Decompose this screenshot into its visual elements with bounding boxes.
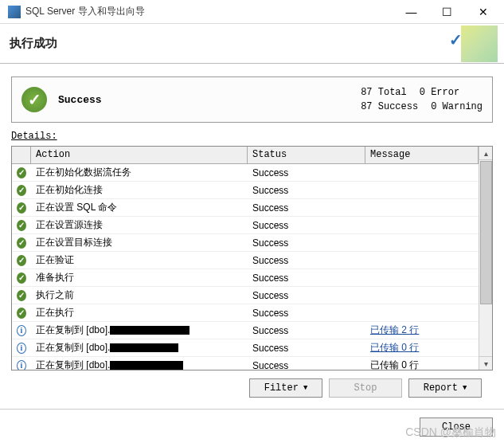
message-cell[interactable]: 已传输 2 行 [365,322,479,339]
table-row[interactable]: 正在初始化数据流任务Success [12,164,479,182]
message-cell [365,259,479,262]
header-message[interactable]: Message [365,147,479,163]
table-row[interactable]: 正在设置源连接Success [12,217,479,234]
message-cell [365,206,479,210]
report-button[interactable]: Report ▼ [408,378,482,398]
success-row-icon [17,220,26,231]
scroll-up-icon[interactable]: ▴ [479,147,492,160]
header-action[interactable]: Action [31,147,248,163]
details-grid: Action Status Message 正在初始化数据流任务Success正… [11,146,493,370]
scroll-down-icon[interactable]: ▾ [479,356,492,370]
success-row-icon [17,237,26,249]
message-link[interactable]: 已传输 2 行 [370,324,419,335]
info-row-icon [17,343,26,354]
success-row-icon [17,167,26,178]
redacted-text [110,326,189,335]
table-row[interactable]: 正在复制到 [dbo].Success已传输 0 行 [12,357,479,370]
table-row[interactable]: 准备执行Success [12,269,479,287]
bottom-bar: Close [0,409,504,443]
success-row-icon [17,308,26,319]
report-label: Report [424,382,458,394]
table-row[interactable]: 正在执行Success [12,304,479,322]
status-cell: Success [248,166,365,180]
header-status[interactable]: Status [248,147,365,163]
caret-down-icon: ▼ [303,384,307,392]
action-bar: Filter ▼ Stop Report ▼ [11,370,493,402]
action-cell: 正在设置 SQL 命令 [31,199,248,216]
window-title: SQL Server 导入和导出向导 [25,5,393,18]
wizard-header: 执行成功 ✓ [0,24,504,64]
app-icon [8,6,21,18]
window-controls: — ☐ ✕ [393,1,501,23]
message-cell: 已传输 0 行 [365,357,479,370]
table-row[interactable]: 正在复制到 [dbo].Success已传输 0 行 [12,339,479,357]
message-cell [365,171,479,174]
status-cell: Success [248,201,365,215]
info-row-icon [17,360,26,370]
action-cell: 正在设置目标连接 [31,234,248,251]
stop-label: Stop [354,382,377,394]
status-cell: Success [248,288,365,303]
success-icon: ✓ [21,87,47,112]
vertical-scrollbar[interactable]: ▴ ▾ [479,147,492,370]
action-cell: 准备执行 [31,269,248,286]
message-cell [365,224,479,227]
action-cell: 正在验证 [31,252,248,269]
filter-label: Filter [264,382,299,394]
status-cell: Success [248,306,365,320]
table-row[interactable]: 正在设置 SQL 命令Success [12,199,479,217]
close-button[interactable]: Close [420,418,493,437]
maximize-button[interactable]: ☐ [429,1,465,23]
filter-button[interactable]: Filter ▼ [249,378,322,398]
status-cell: Success [248,271,365,285]
page-title: 执行成功 [10,36,57,51]
status-cell: Success [248,218,365,233]
status-cell: Success [248,323,365,338]
summary-status: Success [58,94,361,106]
status-cell: Success [248,359,365,370]
table-row[interactable]: 正在复制到 [dbo].Success已传输 2 行 [12,322,479,339]
info-row-icon [17,325,26,336]
redacted-text [110,361,183,370]
table-row[interactable]: 正在设置目标连接Success [12,234,479,252]
table-row[interactable]: 执行之前Success [12,287,479,304]
header-icon-col[interactable] [12,147,31,163]
message-cell [365,276,479,280]
status-cell: Success [248,253,365,268]
action-cell: 正在初始化数据流任务 [31,164,248,181]
caret-down-icon: ▼ [463,384,467,392]
wizard-image [461,25,498,62]
close-label: Close [442,421,471,433]
success-row-icon [17,290,26,301]
action-cell: 正在执行 [31,304,248,321]
scroll-thumb[interactable] [480,161,492,304]
close-window-button[interactable]: ✕ [465,1,501,23]
details-label: Details: [11,131,493,142]
message-cell [365,312,479,315]
titlebar: SQL Server 导入和导出向导 — ☐ ✕ [0,0,504,24]
action-cell: 正在复制到 [dbo]. [31,357,248,370]
action-cell: 执行之前 [31,287,248,304]
success-row-icon [17,272,26,284]
summary-stats: 87 Total 0 Error 87 Success 0 Warning [361,85,483,114]
message-cell [365,189,479,192]
stop-button: Stop [329,378,402,398]
success-row-icon [17,202,26,214]
redacted-text [110,343,178,352]
message-cell[interactable]: 已传输 0 行 [365,339,479,356]
success-row-icon [17,185,26,196]
status-cell: Success [248,236,365,250]
message-link[interactable]: 已传输 0 行 [370,342,419,353]
grid-header: Action Status Message [12,147,479,164]
action-cell: 正在初始化连接 [31,182,248,198]
success-row-icon [17,255,26,266]
status-cell: Success [248,183,365,198]
message-cell [365,241,479,245]
action-cell: 正在设置源连接 [31,217,248,233]
summary-panel: ✓ Success 87 Total 0 Error 87 Success 0 … [11,76,493,123]
table-row[interactable]: 正在初始化连接Success [12,182,479,199]
action-cell: 正在复制到 [dbo]. [31,339,248,356]
minimize-button[interactable]: — [393,1,429,23]
table-row[interactable]: 正在验证Success [12,252,479,269]
action-cell: 正在复制到 [dbo]. [31,322,248,339]
